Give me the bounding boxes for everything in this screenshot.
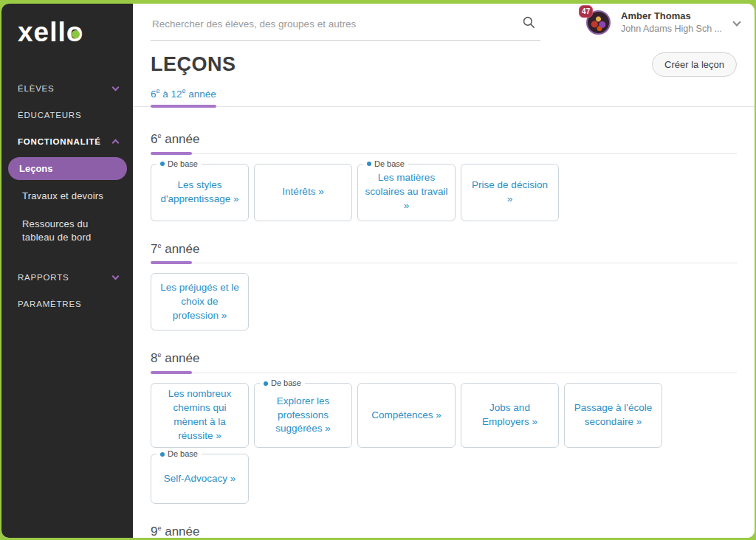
lesson-link: Les préjugés et le choix de profession » [158,281,241,323]
lesson-link: Self-Advocacy » [164,472,236,486]
section-grade-7: 7e année Les préjugés et le choix de pro… [151,238,737,331]
create-lesson-button[interactable]: Créer la leçon [652,52,737,77]
lesson-card[interactable]: Prise de décision » [461,164,559,221]
lesson-card[interactable]: Intérêts » [254,164,352,221]
de-base-badge: De base [363,159,408,170]
section-grade-9: 9e année [151,521,737,538]
de-base-badge: De base [157,159,202,170]
page-title: LEÇONS [151,53,236,76]
sidebar-item-label: ÉDUCATEURS [18,111,81,120]
section-title: 7e année [151,238,737,257]
lesson-card[interactable]: Jobs and Employers » [461,383,559,448]
sidebar-item-lecons-active[interactable]: Leçons [8,157,127,180]
chevron-up-icon [112,139,120,147]
search-placeholder: Rechercher des élèves, des groupes et au… [152,18,356,30]
lesson-link: Intérêts » [282,185,323,199]
lesson-card[interactable]: De base Les matières scolaires au travai… [357,164,456,221]
page-header: LEÇONS Créer la leçon [133,45,755,77]
topbar: Rechercher des élèves, des groupes et au… [133,4,755,45]
section-title: 9e année [151,521,737,538]
lesson-sections: 6e année De base Les styles d'apprentiss… [133,128,755,538]
user-info: Amber Thomas John Adams High Sch ... [621,10,722,35]
sidebar-item-label: FONCTIONNALITÉ [18,137,101,146]
avatar-wrap: 47 [586,10,613,35]
purple-accent-bar [151,261,192,264]
user-name: Amber Thomas [621,10,722,23]
section-title: 8e année [151,347,737,366]
blue-dot-icon [367,162,371,166]
tab-label: à 12 [160,88,182,99]
card-row: De base Les styles d'apprentissage » Int… [151,164,737,221]
lesson-link: Prise de décision » [468,179,551,207]
section-grade-6: 6e année De base Les styles d'apprentiss… [151,128,737,221]
blue-dot-icon [160,162,165,166]
blue-dot-icon [160,452,165,457]
lesson-link: Les matières scolaires au travail » [365,171,448,213]
sidebar-nav: ÉLÈVES ÉDUCATEURS FONCTIONNALITÉ Leçons … [1,75,133,317]
purple-accent-bar [151,152,192,155]
de-base-badge: De base [157,449,202,460]
user-school: John Adams High Sch ... [621,23,722,35]
logo-o-green-dot-icon: o [66,18,84,46]
tab-bar: 6e à 12e année [133,86,755,107]
nav-spacer [1,252,133,264]
section-divider [151,152,737,155]
chevron-down-icon [112,272,120,280]
card-row: Les préjugés et le choix de profession » [151,273,737,330]
lesson-link: Les nombreux chemins qui mènent à la réu… [158,387,241,443]
card-row: Les nombreux chemins qui mènent à la réu… [151,383,737,448]
logo-text: xell [18,17,66,47]
blue-dot-icon [264,381,268,386]
sidebar-item-label: Travaux et devoirs [22,190,103,201]
lesson-link: Jobs and Employers » [468,401,551,429]
lesson-card[interactable]: De base Explorer les professions suggéré… [254,383,352,448]
sidebar-item-eleves[interactable]: ÉLÈVES [1,75,133,102]
sidebar-item-fonctionnalite[interactable]: FONCTIONNALITÉ [1,128,133,155]
sidebar-item-travaux[interactable]: Travaux et devoirs [1,182,133,210]
user-menu[interactable]: 47 Amber Thomas John Adams High Sch ... [586,10,744,35]
lesson-link: Compétences » [371,409,441,423]
section-title: 6e année [151,128,737,147]
main-content: Rechercher des élèves, des groupes et au… [133,4,755,538]
sidebar-item-label: Leçons [19,163,53,174]
sidebar-item-rapports[interactable]: RAPPORTS [1,264,133,291]
search-input[interactable]: Rechercher des élèves, des groupes et au… [151,11,540,41]
lesson-link: Passage à l'école secondaire » [571,401,655,429]
sidebar-item-educateurs[interactable]: ÉDUCATEURS [1,102,133,128]
sidebar-item-label: Ressources du tableau de bord [22,218,91,243]
sidebar-item-label: RAPPORTS [18,273,69,282]
section-divider [151,261,737,264]
purple-accent-bar [151,371,192,374]
lesson-card[interactable]: Compétences » [357,383,456,448]
lesson-card[interactable]: Passage à l'école secondaire » [564,383,662,448]
tab-label: 6 [151,88,157,99]
sidebar-item-label: PARAMÈTRES [18,300,81,308]
section-divider [151,371,737,374]
sidebar-item-ressources[interactable]: Ressources du tableau de bord [1,210,133,252]
app-window: xello ÉLÈVES ÉDUCATEURS FONCTIONNALITÉ L… [1,4,755,538]
section-grade-8: 8e année Les nombreux chemins qui mènent… [151,347,737,504]
xello-logo[interactable]: xello [1,18,133,46]
chevron-down-icon [112,84,120,91]
tab-6-to-12[interactable]: 6e à 12e année [151,87,216,107]
lesson-card[interactable]: De base Les styles d'apprentissage » [151,164,249,221]
sidebar-item-parametres[interactable]: PARAMÈTRES [1,291,133,317]
notification-badge: 47 [579,5,593,18]
sidebar-item-label: ÉLÈVES [18,84,55,93]
card-row: De base Self-Advocacy » [151,454,737,504]
search-icon[interactable] [522,15,536,32]
sidebar: xello ÉLÈVES ÉDUCATEURS FONCTIONNALITÉ L… [1,4,133,538]
tab-label: année [186,88,216,99]
de-base-badge: De base [260,378,305,389]
lesson-card[interactable]: Les nombreux chemins qui mènent à la réu… [151,383,249,448]
lesson-link: Explorer les professions suggérées » [261,395,345,437]
lesson-link: Les styles d'apprentissage » [158,179,241,207]
chevron-down-icon[interactable] [732,18,740,26]
lesson-card[interactable]: De base Self-Advocacy » [151,454,249,504]
lesson-card[interactable]: Les préjugés et le choix de profession » [151,273,249,330]
